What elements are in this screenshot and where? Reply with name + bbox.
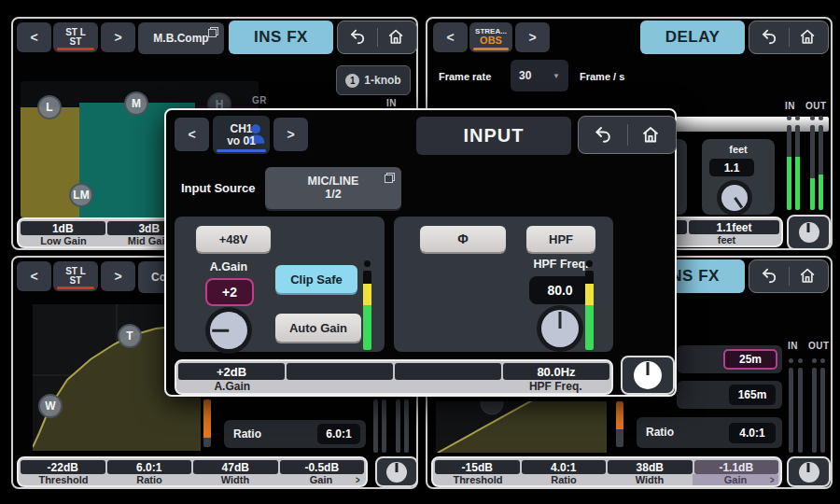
- param-value-again[interactable]: +2dB: [178, 363, 285, 380]
- ratio-value: 6.0:1: [317, 424, 360, 444]
- home-icon[interactable]: [640, 124, 663, 147]
- channel-color-underline: [57, 48, 94, 50]
- clip-safe-button[interactable]: Clip Safe: [275, 265, 357, 293]
- phantom-48v-button[interactable]: +48V: [196, 226, 271, 252]
- chevron-down-icon: ▼: [553, 72, 560, 80]
- frame-unit-label: Frame / s: [580, 71, 624, 82]
- out-label: OUT: [808, 341, 830, 351]
- out-meter-r: [819, 125, 823, 210]
- knob-assign-box[interactable]: [375, 456, 418, 487]
- auto-gain-button[interactable]: Auto Gain: [275, 314, 361, 342]
- one-knob-badge: 1: [345, 74, 359, 88]
- ratio-row[interactable]: Ratio 4.0:1: [637, 417, 782, 448]
- home-icon[interactable]: [798, 27, 819, 48]
- release-row[interactable]: 165m: [677, 381, 782, 409]
- home-icon[interactable]: [798, 266, 819, 287]
- param-label: Ratio: [106, 474, 192, 485]
- node-low[interactable]: L: [37, 95, 62, 119]
- page-title-delay[interactable]: DELAY: [640, 21, 745, 54]
- ratio-row[interactable]: Ratio 6.0:1: [224, 420, 366, 448]
- out-meter-r: [404, 399, 409, 453]
- param-value-width[interactable]: 38dB: [608, 460, 693, 474]
- back-icon[interactable]: [347, 27, 368, 48]
- input-popup: < CH1 vo 01 > INPUT Input Source MIC/LIN…: [164, 108, 677, 397]
- feet-knob[interactable]: [721, 185, 748, 211]
- parameter-bar: 1.1feet feet: [670, 217, 783, 247]
- in-meter-r: [382, 399, 386, 453]
- channel-select-button[interactable]: ST LST: [53, 22, 98, 52]
- attack-row[interactable]: 25m: [677, 345, 782, 373]
- back-icon[interactable]: [592, 124, 614, 147]
- next-channel-button[interactable]: >: [101, 22, 135, 52]
- next-channel-button[interactable]: >: [515, 22, 550, 52]
- divider: [627, 124, 628, 146]
- prev-channel-button[interactable]: <: [17, 261, 51, 291]
- page-title-ins-fx[interactable]: INS FX: [229, 21, 333, 54]
- out-meter-l: [812, 368, 817, 453]
- in-meter-r: [795, 125, 800, 210]
- over-dot: [789, 358, 793, 363]
- feet-label: feet: [702, 144, 775, 155]
- nav-box: [578, 116, 677, 154]
- param-value-threshold[interactable]: -22dB: [21, 460, 105, 474]
- again-value[interactable]: +2: [205, 278, 254, 306]
- channel-select-button[interactable]: STREA... OBS: [469, 22, 512, 52]
- param-value[interactable]: [395, 363, 501, 380]
- delay-feet-panel: feet 1.1: [702, 139, 775, 215]
- param-value-ratio[interactable]: 4.0:1: [522, 460, 607, 474]
- node-mid[interactable]: M: [124, 91, 148, 116]
- knob-assign-box[interactable]: [787, 456, 831, 487]
- library-button[interactable]: M.B.Comp: [138, 22, 224, 54]
- frame-rate-dropdown[interactable]: 30 ▼: [511, 60, 568, 91]
- param-value-width[interactable]: 47dB: [193, 460, 278, 474]
- phase-button[interactable]: Φ: [420, 226, 506, 252]
- param-label: A.Gain: [178, 381, 287, 392]
- knob-assign-box[interactable]: [787, 215, 831, 250]
- gr-meter: [616, 401, 623, 447]
- comp-curve-graph[interactable]: [436, 401, 607, 453]
- prev-channel-button[interactable]: <: [433, 22, 468, 52]
- node-width[interactable]: W: [38, 394, 63, 418]
- node-threshold[interactable]: T: [118, 324, 142, 348]
- hpf-freq-value[interactable]: 80.0: [529, 276, 591, 304]
- param-value-threshold[interactable]: -15dB: [435, 460, 520, 474]
- delay-time-slider[interactable]: [676, 117, 829, 132]
- channel-select-button[interactable]: ST LST: [53, 261, 98, 291]
- more-params-chevron[interactable]: >: [356, 474, 360, 485]
- next-channel-button[interactable]: >: [273, 118, 308, 151]
- one-knob-button[interactable]: 1 1-knob: [336, 65, 411, 95]
- prev-channel-button[interactable]: <: [17, 22, 51, 52]
- channel-select-button[interactable]: CH1 vo 01: [213, 116, 270, 154]
- param-value-gain[interactable]: -0.5dB: [280, 460, 365, 474]
- param-value-low-gain[interactable]: 1dB: [21, 221, 105, 235]
- knob-assign-box[interactable]: [621, 356, 675, 395]
- param-label: Width: [607, 474, 693, 485]
- hpf-button[interactable]: HPF: [526, 226, 595, 252]
- param-value-ratio[interactable]: 6.0:1: [107, 460, 192, 474]
- param-value-feet[interactable]: 1.1feet: [689, 220, 779, 234]
- back-icon[interactable]: [759, 266, 779, 287]
- over-dot: [819, 116, 823, 120]
- in-meter-l: [787, 125, 791, 210]
- node-lowmid[interactable]: LM: [69, 183, 93, 207]
- gr-meter-label: GR: [252, 95, 267, 105]
- home-icon[interactable]: [386, 27, 407, 48]
- more-params-chevron[interactable]: >: [770, 474, 775, 485]
- param-value-hpf-freq[interactable]: 80.0Hz: [503, 363, 609, 380]
- param-value-gain-selected[interactable]: -1.1dB: [694, 460, 779, 474]
- input-source-button[interactable]: MIC/LINE 1/2: [265, 167, 401, 209]
- attack-value: 25m: [723, 349, 777, 370]
- over-dot: [820, 358, 825, 363]
- hpf-freq-knob[interactable]: [541, 310, 579, 347]
- over-dot: [795, 116, 800, 120]
- param-value[interactable]: [287, 363, 393, 380]
- next-channel-button[interactable]: >: [101, 261, 135, 291]
- prev-channel-button[interactable]: <: [175, 118, 209, 151]
- feet-value[interactable]: 1.1: [709, 159, 754, 176]
- parameter-bar: -22dB 6.0:1 47dB -0.5dB Threshold Ratio …: [17, 456, 368, 487]
- in-meter-l: [789, 368, 793, 453]
- again-knob[interactable]: [210, 312, 247, 349]
- divider: [377, 28, 378, 47]
- gr-meter: [203, 399, 211, 447]
- back-icon[interactable]: [759, 27, 779, 48]
